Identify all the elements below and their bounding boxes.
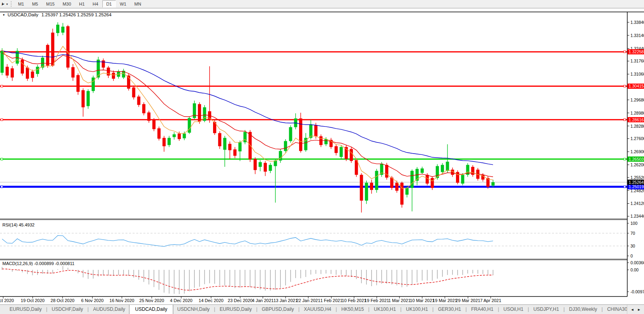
- top-toolbar: ➤ ▼ M1M5M15M30H1H4D1W1MN: [0, 0, 644, 8]
- cursor-dropdown-icon[interactable]: ▼: [6, 3, 8, 6]
- svg-text:0: 0: [630, 254, 633, 258]
- svg-text:13 Jan 2021: 13 Jan 2021: [274, 298, 298, 303]
- svg-text:1.31760: 1.31760: [630, 59, 644, 63]
- symbol-tab-DJ30-Weekly[interactable]: DJ30,Weekly: [565, 305, 601, 314]
- date-axis: 9 Oct 202019 Oct 202028 Oct 20206 Nov 20…: [0, 296, 501, 303]
- svg-text:28 Oct 2020: 28 Oct 2020: [51, 298, 74, 303]
- symbol-tab-XAUUSD-H4[interactable]: XAUUSD,H4: [300, 305, 335, 314]
- toolbar-grip: [11, 1, 12, 7]
- symbol-tab-USDCNH-Daily[interactable]: USDCNH,Daily: [173, 305, 213, 314]
- svg-text:29 Mar 2021: 29 Mar 2021: [456, 298, 480, 303]
- svg-text:14 Dec 2020: 14 Dec 2020: [199, 298, 223, 303]
- symbol-tab-GER30-H1[interactable]: GER30,H1: [434, 305, 465, 314]
- svg-text:9 Oct 2020: 9 Oct 2020: [0, 298, 14, 303]
- chart-collapse-icon[interactable]: ▼: [2, 14, 5, 16]
- svg-text:1.28616: 1.28616: [629, 117, 644, 122]
- svg-text:1.26200: 1.26200: [630, 162, 644, 167]
- ma-fast-line: [2, 46, 493, 188]
- ma-slow-line: [2, 51, 493, 165]
- tab-scroll-buttons: ◄ ►: [627, 305, 644, 314]
- svg-text:19 Mar 2021: 19 Mar 2021: [433, 298, 457, 303]
- symbol-tab-FRA40-H1[interactable]: FRA40,H1: [467, 305, 497, 314]
- svg-text:19 Oct 2020: 19 Oct 2020: [21, 298, 45, 303]
- symbol-tab-bar: EURUSD,Daily|USDCHF,Daily|AUDUSD,DailyUS…: [0, 304, 644, 314]
- svg-text:70: 70: [630, 231, 635, 236]
- svg-text:1 Mar 2021: 1 Mar 2021: [388, 298, 411, 303]
- ma-slow-line: [2, 51, 493, 165]
- macd-signal-line: [2, 269, 493, 291]
- tabs-container: EURUSD,Daily|USDCHF,Daily|AUDUSD,DailyUS…: [0, 305, 627, 314]
- symbol-tab-EURUSD-Daily[interactable]: EURUSD,Daily: [6, 305, 46, 314]
- crosshair-cursor-icon[interactable]: ➤: [0, 1, 6, 7]
- svg-text:-0.00973: -0.00973: [630, 289, 644, 294]
- timeframe-button-D1[interactable]: D1: [102, 0, 116, 8]
- chart-canvas[interactable]: 1.338401.331401.324401.317601.310601.296…: [0, 9, 644, 304]
- symbol-tab-GBPUSD-Daily[interactable]: GBPUSD,Daily: [258, 305, 298, 314]
- svg-text:1.30415: 1.30415: [629, 84, 644, 88]
- svg-text:1.29680: 1.29680: [630, 98, 644, 102]
- svg-text:1.25264: 1.25264: [629, 180, 644, 185]
- svg-text:1.27600: 1.27600: [630, 136, 644, 141]
- svg-text:10 Feb 2021: 10 Feb 2021: [342, 298, 366, 303]
- pane-frames: [0, 12, 644, 296]
- svg-text:1.26900: 1.26900: [630, 149, 644, 154]
- svg-text:22 Jan 2021: 22 Jan 2021: [296, 298, 321, 303]
- ma-fast-line: [2, 46, 493, 188]
- svg-text:1.25520: 1.25520: [630, 175, 644, 180]
- timeframe-button-H1[interactable]: H1: [75, 0, 89, 8]
- symbol-tab-HK50-M15[interactable]: HK50,M15: [337, 305, 368, 314]
- svg-text:6 Nov 2020: 6 Nov 2020: [81, 298, 104, 303]
- rsi-line: [2, 236, 493, 247]
- svg-text:1.31060: 1.31060: [630, 72, 644, 76]
- tab-scroll-right-icon[interactable]: ►: [637, 308, 641, 312]
- svg-text:19 Feb 2021: 19 Feb 2021: [364, 298, 389, 303]
- price-axis-badges: 1.322581.304151.286161.265031.250191.252…: [628, 49, 644, 189]
- svg-text:16 Nov 2020: 16 Nov 2020: [110, 298, 134, 303]
- svg-text:4 Jan 2021: 4 Jan 2021: [252, 298, 274, 303]
- svg-text:1.28280: 1.28280: [630, 124, 644, 129]
- symbol-tab-EURUSD-Daily[interactable]: EURUSD,Daily: [215, 305, 256, 314]
- svg-text:0.00: 0.00: [630, 267, 639, 272]
- timeframe-button-M1[interactable]: M1: [14, 0, 28, 8]
- symbol-tab-USDJPY-H1[interactable]: USDJPY,H1: [529, 305, 563, 314]
- symbol-tab-USDCAD-Daily[interactable]: USDCAD,Daily: [129, 305, 173, 314]
- svg-text:0.003665: 0.003665: [630, 260, 644, 265]
- macd-pane: [2, 266, 493, 294]
- svg-text:1.32258: 1.32258: [629, 49, 644, 54]
- rsi-pane: [0, 233, 627, 246]
- symbol-tab-AUDUSD-Daily[interactable]: AUDUSD,Daily: [89, 305, 129, 314]
- timeframe-button-H4[interactable]: H4: [89, 0, 102, 8]
- svg-text:1.25019: 1.25019: [629, 184, 644, 189]
- svg-text:4 Dec 2020: 4 Dec 2020: [170, 298, 192, 303]
- timeframe-button-W1[interactable]: W1: [116, 0, 131, 8]
- symbol-tab-USOil-H1[interactable]: USOil,H1: [499, 305, 527, 314]
- rsi-indicator-label: RSI(14) 45.4932: [2, 222, 35, 227]
- svg-text:25 Nov 2020: 25 Nov 2020: [139, 298, 164, 303]
- symbol-tab-USDCHF-Daily[interactable]: USDCHF,Daily: [48, 305, 87, 314]
- symbol-tab-CHINA300-H1[interactable]: CHINA300,H1: [603, 305, 627, 314]
- svg-text:1.24120: 1.24120: [630, 201, 644, 206]
- ma-mid-line: [2, 53, 493, 177]
- symbol-tab-UK100-H1[interactable]: UK100,H1: [402, 305, 432, 314]
- timeframe-button-M30[interactable]: M30: [59, 0, 75, 8]
- timeframe-button-M5[interactable]: M5: [28, 0, 42, 8]
- svg-text:1 Feb 2021: 1 Feb 2021: [320, 298, 343, 303]
- svg-text:30: 30: [630, 244, 635, 248]
- macd-indicator-label: MACD(12,26,9) -0.000899 -0.000811: [2, 261, 74, 266]
- timeframe-button-MN[interactable]: MN: [130, 0, 145, 8]
- svg-text:1.23440: 1.23440: [630, 214, 644, 218]
- svg-text:1.28980: 1.28980: [630, 111, 644, 115]
- chart-title-symbol: USDCAD,Daily: [8, 12, 39, 17]
- tab-scroll-left-icon[interactable]: ◄: [630, 308, 634, 312]
- svg-text:1.33840: 1.33840: [630, 20, 644, 25]
- ma-mid-line: [2, 53, 493, 177]
- svg-text:23 Dec 2020: 23 Dec 2020: [228, 298, 253, 303]
- svg-text:1.26503: 1.26503: [629, 157, 644, 162]
- candlestick-series: [0, 22, 495, 213]
- svg-text:100: 100: [630, 221, 638, 226]
- symbol-tab-UK100-H1[interactable]: UK100,H1: [370, 305, 400, 314]
- svg-text:7 Apr 2021: 7 Apr 2021: [480, 298, 501, 303]
- svg-text:1.33140: 1.33140: [630, 33, 644, 38]
- timeframe-button-group: M1M5M15M30H1H4D1W1MN: [14, 0, 145, 8]
- timeframe-button-M15[interactable]: M15: [42, 0, 59, 8]
